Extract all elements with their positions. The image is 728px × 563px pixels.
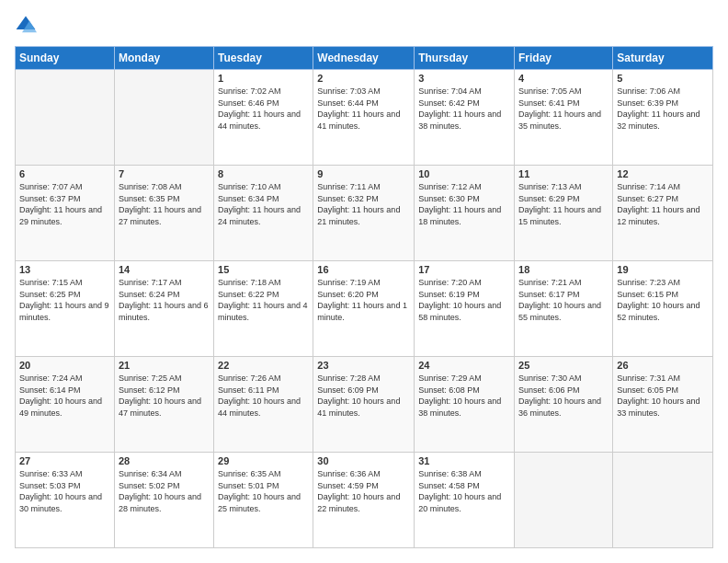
day-info: Sunrise: 7:11 AM Sunset: 6:32 PM Dayligh… — [317, 181, 410, 227]
calendar-cell: 13Sunrise: 7:15 AM Sunset: 6:25 PM Dayli… — [16, 261, 115, 357]
day-info: Sunrise: 6:36 AM Sunset: 4:59 PM Dayligh… — [317, 468, 410, 514]
calendar-cell: 12Sunrise: 7:14 AM Sunset: 6:27 PM Dayli… — [613, 166, 713, 261]
day-number: 3 — [418, 73, 510, 84]
calendar-cell: 3Sunrise: 7:04 AM Sunset: 6:42 PM Daylig… — [415, 70, 515, 166]
day-number: 31 — [418, 455, 510, 466]
calendar-cell: 4Sunrise: 7:05 AM Sunset: 6:41 PM Daylig… — [515, 70, 613, 166]
calendar-cell: 1Sunrise: 7:02 AM Sunset: 6:46 PM Daylig… — [214, 70, 313, 166]
calendar-cell: 8Sunrise: 7:10 AM Sunset: 6:34 PM Daylig… — [214, 166, 313, 261]
day-info: Sunrise: 7:07 AM Sunset: 6:37 PM Dayligh… — [19, 181, 110, 227]
calendar-cell: 11Sunrise: 7:13 AM Sunset: 6:29 PM Dayli… — [515, 166, 613, 261]
calendar-cell: 7Sunrise: 7:08 AM Sunset: 6:35 PM Daylig… — [114, 166, 213, 261]
weekday-header: Wednesday — [313, 47, 415, 70]
day-number: 12 — [617, 168, 709, 179]
calendar-week-row: 6Sunrise: 7:07 AM Sunset: 6:37 PM Daylig… — [16, 166, 713, 261]
day-number: 22 — [218, 360, 309, 371]
day-number: 23 — [317, 360, 410, 371]
day-info: Sunrise: 7:03 AM Sunset: 6:44 PM Dayligh… — [317, 86, 410, 132]
day-info: Sunrise: 7:06 AM Sunset: 6:39 PM Dayligh… — [617, 86, 709, 132]
day-info: Sunrise: 7:10 AM Sunset: 6:34 PM Dayligh… — [218, 181, 309, 227]
calendar-cell: 15Sunrise: 7:18 AM Sunset: 6:22 PM Dayli… — [214, 261, 313, 357]
calendar-cell: 23Sunrise: 7:28 AM Sunset: 6:09 PM Dayli… — [313, 357, 415, 453]
day-number: 26 — [617, 360, 709, 371]
header — [15, 15, 713, 37]
calendar-cell: 9Sunrise: 7:11 AM Sunset: 6:32 PM Daylig… — [313, 166, 415, 261]
day-info: Sunrise: 7:29 AM Sunset: 6:08 PM Dayligh… — [418, 373, 510, 419]
day-number: 30 — [317, 455, 410, 466]
calendar-cell: 16Sunrise: 7:19 AM Sunset: 6:20 PM Dayli… — [313, 261, 415, 357]
day-info: Sunrise: 7:31 AM Sunset: 6:05 PM Dayligh… — [617, 373, 709, 419]
day-info: Sunrise: 7:08 AM Sunset: 6:35 PM Dayligh… — [119, 181, 210, 227]
day-info: Sunrise: 7:23 AM Sunset: 6:15 PM Dayligh… — [617, 277, 709, 323]
day-number: 15 — [218, 264, 309, 275]
day-number: 10 — [418, 168, 510, 179]
day-info: Sunrise: 7:20 AM Sunset: 6:19 PM Dayligh… — [418, 277, 510, 323]
day-info: Sunrise: 7:12 AM Sunset: 6:30 PM Dayligh… — [418, 181, 510, 227]
day-info: Sunrise: 7:24 AM Sunset: 6:14 PM Dayligh… — [19, 373, 110, 419]
calendar-cell: 10Sunrise: 7:12 AM Sunset: 6:30 PM Dayli… — [415, 166, 515, 261]
day-info: Sunrise: 6:38 AM Sunset: 4:58 PM Dayligh… — [418, 468, 510, 514]
day-info: Sunrise: 7:13 AM Sunset: 6:29 PM Dayligh… — [518, 181, 609, 227]
weekday-header: Saturday — [613, 47, 713, 70]
calendar-cell: 2Sunrise: 7:03 AM Sunset: 6:44 PM Daylig… — [313, 70, 415, 166]
weekday-header: Friday — [515, 47, 613, 70]
day-info: Sunrise: 7:17 AM Sunset: 6:24 PM Dayligh… — [119, 277, 210, 323]
calendar-cell: 20Sunrise: 7:24 AM Sunset: 6:14 PM Dayli… — [16, 357, 115, 453]
day-number: 7 — [119, 168, 210, 179]
calendar-week-row: 1Sunrise: 7:02 AM Sunset: 6:46 PM Daylig… — [16, 70, 713, 166]
weekday-header: Monday — [114, 47, 213, 70]
logo — [15, 15, 40, 37]
day-info: Sunrise: 7:25 AM Sunset: 6:12 PM Dayligh… — [119, 373, 210, 419]
calendar-cell: 31Sunrise: 6:38 AM Sunset: 4:58 PM Dayli… — [415, 453, 515, 548]
day-number: 14 — [119, 264, 210, 275]
calendar-cell: 29Sunrise: 6:35 AM Sunset: 5:01 PM Dayli… — [214, 453, 313, 548]
calendar-cell — [613, 453, 713, 548]
day-number: 13 — [19, 264, 110, 275]
day-info: Sunrise: 7:19 AM Sunset: 6:20 PM Dayligh… — [317, 277, 410, 323]
calendar-cell: 17Sunrise: 7:20 AM Sunset: 6:19 PM Dayli… — [415, 261, 515, 357]
day-info: Sunrise: 6:34 AM Sunset: 5:02 PM Dayligh… — [119, 468, 210, 514]
calendar-cell: 19Sunrise: 7:23 AM Sunset: 6:15 PM Dayli… — [613, 261, 713, 357]
weekday-header: Sunday — [16, 47, 115, 70]
day-number: 29 — [218, 455, 309, 466]
calendar-week-row: 20Sunrise: 7:24 AM Sunset: 6:14 PM Dayli… — [16, 357, 713, 453]
day-info: Sunrise: 7:02 AM Sunset: 6:46 PM Dayligh… — [218, 86, 309, 132]
day-info: Sunrise: 7:04 AM Sunset: 6:42 PM Dayligh… — [418, 86, 510, 132]
calendar-page: SundayMondayTuesdayWednesdayThursdayFrid… — [0, 0, 728, 563]
calendar-cell: 28Sunrise: 6:34 AM Sunset: 5:02 PM Dayli… — [114, 453, 213, 548]
calendar-cell: 24Sunrise: 7:29 AM Sunset: 6:08 PM Dayli… — [415, 357, 515, 453]
day-number: 9 — [317, 168, 410, 179]
day-number: 1 — [218, 73, 309, 84]
calendar-cell — [515, 453, 613, 548]
day-info: Sunrise: 6:35 AM Sunset: 5:01 PM Dayligh… — [218, 468, 309, 514]
day-number: 4 — [518, 73, 609, 84]
day-number: 27 — [19, 455, 110, 466]
day-info: Sunrise: 7:28 AM Sunset: 6:09 PM Dayligh… — [317, 373, 410, 419]
day-number: 24 — [418, 360, 510, 371]
day-number: 21 — [119, 360, 210, 371]
weekday-header: Thursday — [415, 47, 515, 70]
weekday-header-row: SundayMondayTuesdayWednesdayThursdayFrid… — [16, 47, 713, 70]
logo-icon — [15, 15, 37, 37]
day-number: 28 — [119, 455, 210, 466]
day-number: 17 — [418, 264, 510, 275]
day-number: 8 — [218, 168, 309, 179]
day-number: 5 — [617, 73, 709, 84]
calendar-cell — [114, 70, 213, 166]
day-number: 16 — [317, 264, 410, 275]
day-info: Sunrise: 7:14 AM Sunset: 6:27 PM Dayligh… — [617, 181, 709, 227]
day-number: 20 — [19, 360, 110, 371]
calendar-cell: 27Sunrise: 6:33 AM Sunset: 5:03 PM Dayli… — [16, 453, 115, 548]
weekday-header: Tuesday — [214, 47, 313, 70]
calendar-cell: 21Sunrise: 7:25 AM Sunset: 6:12 PM Dayli… — [114, 357, 213, 453]
calendar-cell: 25Sunrise: 7:30 AM Sunset: 6:06 PM Dayli… — [515, 357, 613, 453]
day-number: 19 — [617, 264, 709, 275]
calendar-cell: 30Sunrise: 6:36 AM Sunset: 4:59 PM Dayli… — [313, 453, 415, 548]
day-number: 11 — [518, 168, 609, 179]
day-number: 18 — [518, 264, 609, 275]
calendar-cell: 18Sunrise: 7:21 AM Sunset: 6:17 PM Dayli… — [515, 261, 613, 357]
day-info: Sunrise: 7:05 AM Sunset: 6:41 PM Dayligh… — [518, 86, 609, 132]
calendar-cell: 22Sunrise: 7:26 AM Sunset: 6:11 PM Dayli… — [214, 357, 313, 453]
day-info: Sunrise: 7:21 AM Sunset: 6:17 PM Dayligh… — [518, 277, 609, 323]
calendar-cell: 6Sunrise: 7:07 AM Sunset: 6:37 PM Daylig… — [16, 166, 115, 261]
